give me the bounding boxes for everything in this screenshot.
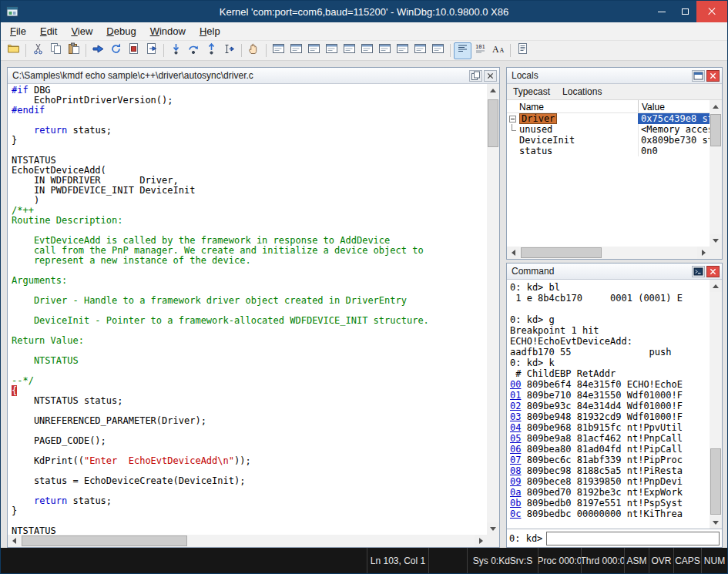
command-window-titlebar[interactable]: Command [507, 264, 722, 280]
name-column-header[interactable]: Name [507, 100, 638, 112]
scrollbar-thumb[interactable] [521, 247, 602, 258]
locals-horizontal-scrollbar[interactable] [507, 247, 710, 259]
stack-frame-link[interactable]: 02 [510, 401, 521, 411]
scroll-left-arrow[interactable] [507, 247, 519, 259]
source-close-button[interactable] [484, 70, 497, 82]
open-source-file-button[interactable] [5, 42, 22, 59]
scroll-right-arrow[interactable] [697, 247, 710, 259]
command-input[interactable] [546, 532, 720, 545]
scrollbar-corner [710, 247, 722, 259]
step-over-button[interactable] [185, 42, 203, 59]
menu-debug[interactable]: Debug [99, 23, 143, 39]
call-stack-window-button[interactable] [358, 42, 376, 59]
scrollbar-thumb[interactable] [710, 114, 721, 146]
menu-edit[interactable]: Edit [33, 23, 64, 39]
stack-frame-link[interactable]: 00 [510, 379, 521, 390]
detach-process-button[interactable] [143, 42, 160, 59]
cut-button[interactable] [29, 42, 47, 59]
scroll-up-arrow[interactable] [710, 280, 722, 292]
go-button[interactable] [89, 42, 107, 59]
source-code-line: DeviceInit - Pointer to a framework-allo… [12, 316, 487, 326]
locals-row[interactable]: DeviceInit0x809be730 st [507, 135, 710, 146]
scroll-right-arrow[interactable] [475, 535, 487, 547]
font-button[interactable]: AA [489, 42, 507, 59]
command-prompt-button[interactable] [692, 266, 705, 277]
menu-file[interactable]: File [3, 23, 33, 39]
stack-frame-link[interactable]: 08 [510, 465, 521, 476]
command-vertical-scrollbar[interactable] [710, 280, 722, 529]
value-column-header[interactable]: Value [638, 100, 710, 112]
menu-window[interactable]: Window [143, 23, 193, 39]
float-window-button[interactable] [469, 70, 482, 82]
locals-row[interactable]: unused<Memory acces [507, 124, 710, 135]
locals-vertical-scrollbar[interactable] [710, 100, 722, 247]
typecast-button[interactable]: Typecast [507, 85, 556, 99]
memory-window-button[interactable] [341, 42, 358, 59]
module-list-window-button[interactable] [429, 42, 447, 59]
command-output[interactable]: 0: kd> bl 1 e 8b4cb170 0001 (0001) E 0: … [507, 280, 710, 529]
minimize-button[interactable] [650, 1, 673, 22]
scrollbar-thumb[interactable] [22, 535, 187, 546]
maximize-button[interactable] [673, 1, 696, 22]
source-horizontal-scrollbar[interactable] [8, 535, 487, 547]
registers-window-button[interactable] [323, 42, 341, 59]
step-out-button[interactable] [203, 42, 220, 59]
source-code-line: IN PWDFDEVICE_INIT DeviceInit [12, 186, 487, 196]
windbg-app-icon [6, 5, 18, 18]
font-icon: AA [491, 42, 505, 59]
processes-window-button[interactable] [411, 42, 429, 59]
registers-window-icon [325, 42, 338, 59]
stack-frame-link[interactable]: 03 [510, 411, 521, 422]
scroll-up-arrow[interactable] [487, 84, 499, 96]
locals-row[interactable]: Driver0x75c439e8 st [507, 113, 710, 124]
step-into-button[interactable] [167, 42, 185, 59]
scroll-down-arrow[interactable] [487, 522, 499, 535]
locals-close-button[interactable] [706, 70, 720, 82]
scratch-pad-window-button[interactable] [394, 42, 411, 59]
locals-window-titlebar[interactable]: Locals [507, 68, 722, 84]
source-mode-off-button[interactable]: 101 [471, 42, 489, 59]
stack-frame-link[interactable]: 05 [510, 433, 521, 444]
stack-frame-link[interactable]: 09 [510, 476, 521, 487]
command-close-button[interactable] [706, 266, 720, 277]
options-button[interactable] [514, 42, 532, 59]
command-line: 0a 809bed70 8192be3c nt!ExpWork [510, 487, 710, 498]
scrollbar-thumb[interactable] [488, 99, 498, 147]
collapse-expander-icon[interactable] [509, 116, 516, 123]
locals-window-button[interactable] [305, 42, 323, 59]
disassembly-window-button[interactable] [376, 42, 394, 59]
locations-button[interactable]: Locations [556, 85, 608, 99]
watch-window-button[interactable] [287, 42, 305, 59]
dock-window-button[interactable] [692, 70, 705, 82]
source-mode-on-button[interactable] [454, 42, 471, 59]
stack-frame-link[interactable]: 07 [510, 455, 521, 465]
stack-frame-link[interactable]: 01 [510, 390, 521, 401]
scroll-up-arrow[interactable] [710, 100, 722, 112]
source-window-titlebar[interactable]: C:\Samples\kmdf echo sample\c++\driver\a… [8, 68, 499, 84]
stack-frame-link[interactable]: 04 [510, 422, 521, 433]
stack-frame-link[interactable]: 0a [510, 487, 521, 498]
locals-row[interactable]: status0n0 [507, 146, 710, 156]
close-button[interactable] [696, 1, 727, 22]
command-line: 02 809be93c 84e314d4 Wdf01000!F [510, 401, 710, 411]
source-vertical-scrollbar[interactable] [487, 84, 499, 535]
menu-view[interactable]: View [64, 23, 99, 39]
stack-frame-link[interactable]: 0c [510, 509, 521, 519]
scroll-down-arrow[interactable] [710, 234, 722, 247]
command-window-button[interactable] [270, 42, 287, 59]
source-code-area[interactable]: #if DBG EchoPrintDriverVersion();#endif … [8, 84, 487, 535]
paste-button[interactable] [65, 42, 82, 59]
scrollbar-thumb[interactable] [710, 448, 721, 515]
stack-frame-link[interactable]: 0b [510, 498, 521, 509]
break-button[interactable] [245, 42, 263, 59]
command-line: 0: kd> k [510, 357, 710, 368]
stack-frame-link[interactable]: 06 [510, 444, 521, 455]
stop-debugging-button[interactable] [125, 42, 143, 59]
run-to-cursor-button[interactable] [220, 42, 238, 59]
titlebar[interactable]: Kernel 'com:port=com6,baud=115200' - Win… [1, 1, 727, 22]
menu-help[interactable]: Help [193, 23, 227, 39]
restart-button[interactable] [107, 42, 125, 59]
scroll-down-arrow[interactable] [710, 516, 722, 529]
scroll-left-arrow[interactable] [8, 535, 20, 547]
copy-button[interactable] [47, 42, 65, 59]
